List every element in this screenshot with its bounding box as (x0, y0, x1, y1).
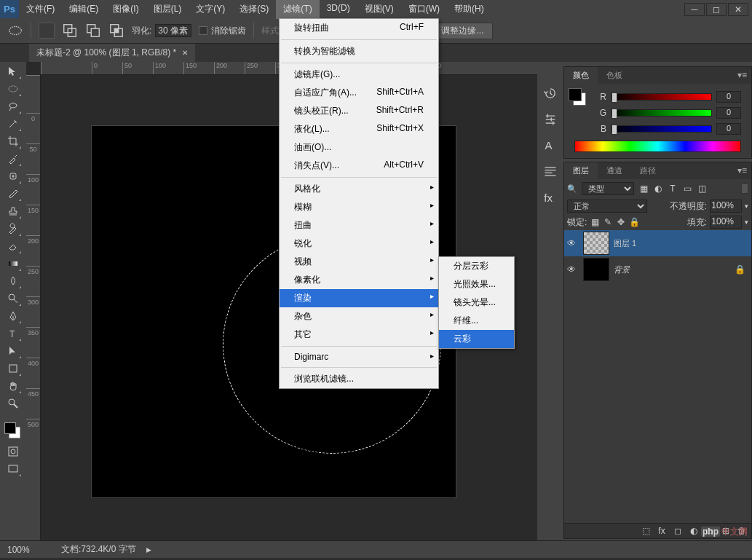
menu-window[interactable]: 窗口(W) (401, 0, 447, 19)
adjustment-layer-icon[interactable]: ◐ (689, 526, 699, 536)
properties-panel-icon[interactable] (541, 110, 560, 129)
brush-tool[interactable] (4, 186, 22, 202)
filter-adjust-icon[interactable]: ◐ (653, 184, 663, 194)
document-tab[interactable]: 未标题-2 @ 100% (图层 1, RGB/8) * ✕ (29, 44, 195, 62)
zoom-tool[interactable] (4, 395, 22, 411)
tool-preset-icon[interactable] (7, 23, 23, 39)
quickmask-tool[interactable] (4, 443, 22, 460)
menu-item[interactable]: 杂色 (280, 307, 438, 326)
history-panel-icon[interactable] (541, 84, 560, 103)
styles-panel-icon[interactable]: fx (541, 189, 560, 208)
fill-input[interactable]: 100% (710, 216, 742, 229)
menu-file[interactable]: 文件(F) (19, 0, 62, 19)
filter-toggle[interactable] (741, 184, 748, 194)
menu-item[interactable]: 镜头校正(R)...Shift+Ctrl+R (280, 102, 438, 120)
blend-mode-select[interactable]: 正常 (567, 200, 647, 213)
menu-filter[interactable]: 滤镜(T) (276, 0, 319, 19)
maximize-button[interactable]: ◻ (706, 3, 727, 16)
layer-item[interactable]: 👁 图层 1 (564, 230, 751, 256)
menu-layer[interactable]: 图层(L) (146, 0, 189, 19)
history-brush-tool[interactable] (4, 221, 22, 237)
lock-all-icon[interactable]: 🔒 (629, 217, 639, 227)
refine-edge-button[interactable]: 调整边缘... (432, 23, 493, 39)
type-tool[interactable]: T (4, 326, 22, 342)
close-icon[interactable]: ✕ (182, 49, 188, 57)
tab-layers[interactable]: 图层 (564, 162, 598, 179)
menu-item[interactable]: 油画(O)... (280, 138, 438, 157)
tab-paths[interactable]: 路径 (631, 162, 665, 179)
tab-swatches[interactable]: 色板 (598, 67, 631, 84)
close-button[interactable]: ✕ (728, 3, 748, 16)
filter-smart-icon[interactable]: ◫ (697, 184, 707, 194)
submenu-item[interactable]: 光照效果... (439, 275, 514, 293)
screenmode-tool[interactable] (4, 461, 22, 477)
panel-menu-icon[interactable]: ▾≡ (733, 162, 751, 179)
menu-item[interactable]: 锐化 (280, 234, 438, 253)
menu-item[interactable]: 消失点(V)...Alt+Ctrl+V (280, 157, 438, 175)
menu-3d[interactable]: 3D(D) (320, 0, 357, 19)
filter-type-icon[interactable]: T (668, 184, 678, 194)
pen-tool[interactable] (4, 308, 22, 324)
stamp-tool[interactable] (4, 203, 22, 219)
paragraph-panel-icon[interactable] (541, 162, 560, 181)
menu-select[interactable]: 选择(S) (232, 0, 276, 19)
menu-edit[interactable]: 编辑(E) (62, 0, 106, 19)
link-layers-icon[interactable]: ⬚ (641, 526, 651, 536)
zoom-level[interactable]: 100% (7, 545, 51, 555)
submenu-item[interactable]: 分层云彩 (439, 257, 514, 275)
menu-item[interactable]: 其它 (280, 326, 438, 344)
menu-item[interactable]: 模糊 (280, 198, 438, 216)
menu-help[interactable]: 帮助(H) (447, 0, 491, 19)
layer-name[interactable]: 图层 1 (614, 238, 636, 249)
selection-intersect-icon[interactable] (108, 23, 124, 39)
opacity-input[interactable]: 100% (710, 200, 742, 213)
menu-item[interactable]: 自适应广角(A)...Shift+Ctrl+A (280, 84, 438, 102)
foreground-background-colors[interactable] (4, 420, 22, 442)
layer-name[interactable]: 背景 (614, 264, 630, 275)
color-spectrum[interactable] (574, 141, 741, 152)
g-slider[interactable] (611, 109, 712, 117)
submenu-item[interactable]: 镜头光晕... (439, 293, 514, 312)
lock-transparency-icon[interactable]: ▦ (590, 217, 600, 227)
minimize-button[interactable]: ─ (684, 3, 705, 16)
hand-tool[interactable] (4, 378, 22, 394)
menu-item[interactable]: 液化(L)...Shift+Ctrl+X (280, 120, 438, 138)
tab-color[interactable]: 颜色 (564, 67, 598, 84)
selection-subtract-icon[interactable] (85, 23, 101, 39)
menu-view[interactable]: 视图(V) (357, 0, 401, 19)
filter-pixel-icon[interactable]: ▦ (638, 184, 649, 194)
eraser-tool[interactable] (4, 238, 22, 254)
blur-tool[interactable] (4, 273, 22, 289)
r-value[interactable]: 0 (716, 91, 741, 103)
antialias-checkbox[interactable] (199, 26, 207, 35)
layer-filter-select[interactable]: 类型 (582, 182, 634, 195)
wand-tool[interactable] (4, 116, 22, 132)
shape-tool[interactable] (4, 360, 22, 376)
b-value[interactable]: 0 (716, 123, 741, 135)
lasso-tool[interactable] (4, 98, 22, 114)
r-slider[interactable] (611, 93, 712, 100)
dodge-tool[interactable] (4, 291, 22, 307)
heal-tool[interactable] (4, 168, 22, 184)
panel-menu-icon[interactable]: ▾≡ (733, 67, 751, 84)
visibility-icon[interactable]: 👁 (567, 238, 579, 248)
menu-item[interactable]: 渲染 (280, 289, 438, 307)
gradient-tool[interactable] (4, 256, 22, 272)
lock-position-icon[interactable]: ✥ (616, 217, 626, 227)
menu-item[interactable]: 转换为智能滤镜 (280, 42, 438, 60)
selection-add-icon[interactable] (62, 23, 78, 39)
tab-channels[interactable]: 通道 (598, 162, 631, 179)
status-menu-icon[interactable]: ▶ (146, 546, 151, 553)
eyedropper-tool[interactable] (4, 151, 22, 167)
submenu-item[interactable]: 云彩 (439, 330, 514, 348)
menu-item[interactable]: 风格化 (280, 180, 438, 198)
menu-item[interactable]: Digimarc (280, 349, 438, 365)
menu-item[interactable]: 旋转扭曲Ctrl+F (280, 19, 438, 37)
menu-image[interactable]: 图像(I) (106, 0, 146, 19)
marquee-tool[interactable] (4, 81, 22, 97)
layer-item[interactable]: 👁 背景 🔒 (564, 256, 751, 283)
menu-item[interactable]: 浏览联机滤镜... (280, 370, 438, 388)
menu-item[interactable]: 滤镜库(G)... (280, 66, 438, 84)
g-value[interactable]: 0 (716, 107, 741, 119)
layer-fx-icon[interactable]: fx (657, 526, 667, 536)
